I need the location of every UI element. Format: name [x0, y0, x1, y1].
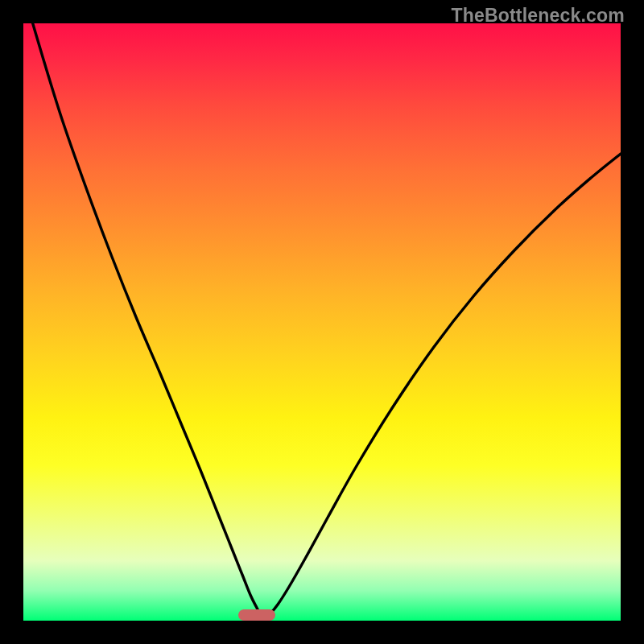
watermark-text: TheBottleneck.com [451, 5, 625, 27]
minimum-marker [238, 609, 275, 621]
bottleneck-curve [23, 23, 621, 621]
